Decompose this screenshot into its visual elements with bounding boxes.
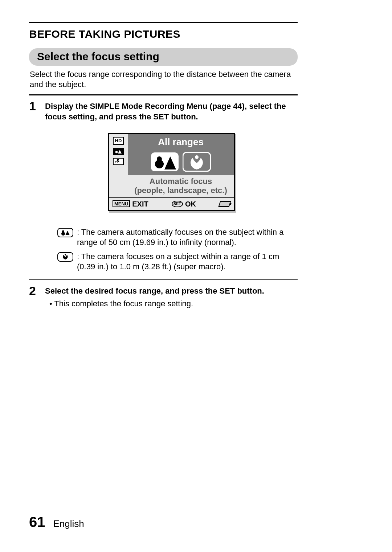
step: 2 Select the desired focus range, and pr… [29,280,298,314]
macro-focus-small-icon [57,252,73,262]
ok-group: SET OK [172,199,196,209]
svg-point-5 [195,155,199,159]
camera-footer: MENU EXIT SET OK [109,197,234,210]
camera-main: All ranges [128,134,234,197]
svg-point-3 [157,156,162,161]
macro-focus-icon [183,152,211,172]
focus-description-normal-text: : The camera automatically focuses on th… [77,227,298,248]
camera-sidebar: HD [109,134,128,197]
focus-description-normal: : The camera automatically focuses on th… [45,226,298,250]
ok-label: OK [185,199,196,209]
camera-screen-desc: Automatic focus (people, landscape, etc.… [128,175,234,197]
camera-screen-wrap: HD [45,122,298,225]
svg-point-0 [115,151,118,153]
language-label: English [53,518,84,529]
step-head: Display the SIMPLE Mode Recording Menu (… [45,100,298,122]
menu-badge: MENU [113,200,130,208]
page-number: 61 [29,514,45,530]
step-substep: This completes the focus range setting. [45,297,298,309]
exit-group: MENU EXIT [113,199,148,209]
step-body: Display the SIMPLE Mode Recording Menu (… [45,100,298,274]
focus-description-macro: : The camera focuses on a subject within… [45,250,298,274]
step-head: Select the desired focus range, and pres… [45,285,298,297]
page-title: BEFORE TAKING PICTURES [29,23,298,47]
hd-badge: HD [113,137,124,145]
set-badge: SET [172,201,183,207]
focus-mode-icon [113,148,124,155]
focus-description-macro-text: : The camera focuses on a subject within… [77,252,298,272]
camera-desc-line2: (people, landscape, etc.) [129,186,232,195]
normal-focus-icon [151,152,179,172]
flash-icon [113,158,124,165]
camera-mode-icons [128,151,234,175]
camera-screen: HD [108,133,235,211]
svg-point-8 [65,254,66,255]
normal-focus-small-icon [57,228,73,237]
page-content: BEFORE TAKING PICTURES Select the focus … [29,22,298,314]
step-body: Select the desired focus range, and pres… [45,285,298,309]
camera-screen-title: All ranges [128,134,234,151]
battery-icon [218,201,231,207]
camera-desc-line1: Automatic focus [129,177,232,186]
section-subheader: Select the focus setting [29,48,298,66]
step-number: 2 [29,285,40,309]
step-number: 1 [29,100,40,274]
intro-text: Select the focus range corresponding to … [29,69,298,94]
step: 1 Display the SIMPLE Mode Recording Menu… [29,95,298,279]
exit-label: EXIT [132,199,148,209]
svg-point-7 [62,230,64,232]
page-footer: 61 English [29,514,84,530]
